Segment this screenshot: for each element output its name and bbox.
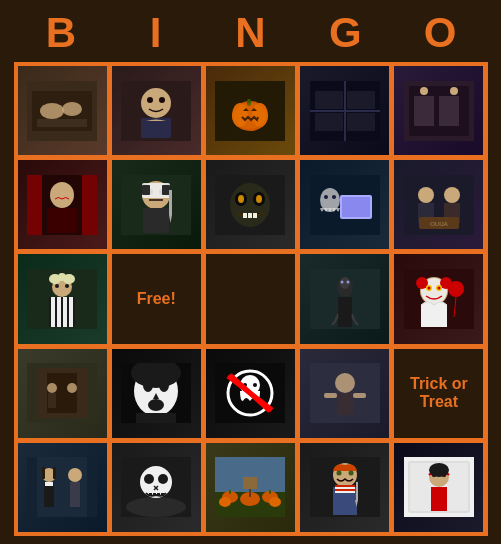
cell-r4c5[interactable]: Trick or Treat: [393, 348, 484, 439]
svg-point-30: [420, 87, 428, 95]
cell-r1c4[interactable]: [299, 65, 390, 156]
cell-r2c3[interactable]: [205, 159, 296, 250]
svg-point-18: [234, 103, 266, 129]
svg-rect-39: [82, 175, 97, 235]
svg-rect-173: [335, 487, 355, 489]
letter-n: N: [203, 8, 298, 58]
cell-r4c4[interactable]: [299, 348, 390, 439]
cell-r5c3[interactable]: [205, 442, 296, 533]
svg-point-54: [238, 195, 244, 203]
svg-point-31: [450, 87, 458, 95]
svg-rect-23: [347, 113, 375, 131]
letter-o: O: [393, 8, 488, 58]
svg-rect-153: [161, 493, 164, 496]
svg-rect-141: [27, 457, 37, 517]
svg-rect-108: [48, 393, 56, 408]
cell-r5c5[interactable]: [393, 442, 484, 533]
svg-rect-162: [229, 490, 231, 494]
svg-rect-48: [169, 190, 172, 215]
svg-rect-79: [69, 297, 73, 327]
svg-rect-45: [142, 185, 150, 195]
svg-rect-166: [249, 489, 251, 497]
letter-g: G: [298, 8, 393, 58]
cell-r2c4[interactable]: [299, 159, 390, 250]
svg-rect-47: [143, 208, 169, 233]
svg-rect-151: [153, 493, 156, 496]
svg-rect-175: [356, 482, 358, 500]
svg-rect-132: [310, 363, 380, 423]
cell-r1c1[interactable]: [17, 65, 108, 156]
svg-point-63: [324, 195, 328, 199]
svg-point-169: [336, 471, 341, 476]
cell-r1c2[interactable]: [111, 65, 202, 156]
svg-text:OUIJA: OUIJA: [430, 221, 448, 227]
svg-rect-152: [157, 493, 160, 496]
trick-or-treat-text: Trick or Treat: [394, 371, 483, 415]
cell-r2c5[interactable]: OUIJA: [393, 159, 484, 250]
cell-r3c2[interactable]: Free!: [111, 253, 202, 344]
svg-rect-76: [51, 297, 55, 327]
cell-r1c3[interactable]: [205, 65, 296, 156]
svg-point-51: [230, 183, 270, 227]
svg-point-8: [159, 97, 165, 103]
svg-point-82: [58, 273, 66, 281]
svg-rect-118: [136, 413, 176, 423]
svg-point-147: [158, 474, 168, 484]
svg-point-66: [418, 187, 434, 203]
svg-point-161: [269, 497, 281, 507]
svg-point-135: [68, 468, 82, 482]
letter-b: B: [14, 8, 109, 58]
svg-rect-37: [47, 208, 77, 233]
cell-r3c4[interactable]: [299, 253, 390, 344]
svg-rect-61: [342, 197, 370, 217]
svg-point-99: [437, 287, 440, 290]
svg-point-183: [442, 473, 446, 477]
svg-rect-4: [37, 119, 87, 127]
svg-rect-164: [269, 490, 271, 494]
cell-r5c2[interactable]: [111, 442, 202, 533]
svg-point-64: [332, 195, 336, 199]
svg-rect-78: [63, 297, 67, 327]
svg-rect-102: [421, 305, 447, 327]
costumes-text: Free!: [133, 286, 180, 312]
svg-point-34: [50, 182, 74, 208]
cell-r4c3[interactable]: [205, 348, 296, 439]
cell-r2c2[interactable]: [111, 159, 202, 250]
svg-point-114: [143, 378, 153, 392]
svg-rect-110: [68, 393, 76, 408]
svg-point-170: [348, 471, 353, 476]
svg-rect-38: [27, 175, 42, 235]
svg-point-83: [55, 284, 59, 288]
svg-point-117: [148, 399, 164, 411]
svg-point-7: [147, 97, 153, 103]
cell-r4c2[interactable]: [111, 348, 202, 439]
cell-r3c3-free[interactable]: [205, 253, 296, 344]
cell-r5c4[interactable]: [299, 442, 390, 533]
svg-point-2: [40, 103, 64, 119]
cell-r2c1[interactable]: [17, 159, 108, 250]
cell-r3c5[interactable]: [393, 253, 484, 344]
svg-rect-56: [243, 213, 247, 218]
svg-rect-138: [53, 467, 56, 479]
svg-rect-174: [335, 491, 355, 493]
svg-rect-150: [149, 493, 152, 496]
svg-point-6: [141, 88, 171, 118]
svg-rect-180: [431, 487, 447, 512]
svg-point-146: [144, 474, 154, 484]
cell-r3c1[interactable]: [17, 253, 108, 344]
svg-rect-137: [42, 467, 45, 479]
bingo-header: B I N G O: [14, 8, 488, 58]
svg-point-3: [62, 102, 82, 116]
svg-point-100: [448, 281, 464, 297]
cell-r1c5[interactable]: [393, 65, 484, 156]
svg-point-182: [432, 473, 436, 477]
svg-point-89: [340, 281, 343, 284]
bingo-grid: OUIJA: [14, 62, 488, 536]
svg-point-181: [429, 463, 449, 477]
svg-rect-29: [439, 96, 459, 126]
svg-rect-140: [45, 482, 53, 486]
cell-r5c1[interactable]: [17, 442, 108, 533]
cell-r4c1[interactable]: [17, 348, 108, 439]
svg-point-67: [444, 187, 460, 203]
svg-rect-142: [87, 457, 97, 517]
